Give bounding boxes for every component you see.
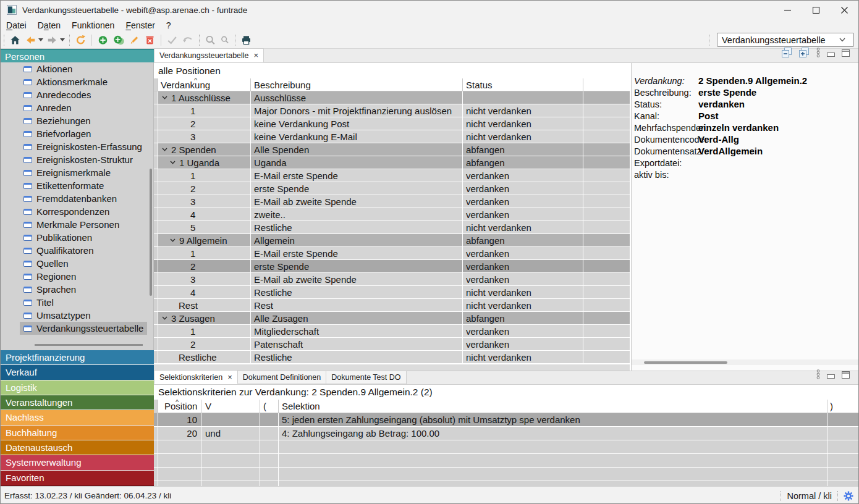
tree-item-publikationen[interactable]: Publikationen bbox=[20, 231, 147, 244]
print-icon[interactable] bbox=[239, 33, 254, 48]
criteria-row[interactable] bbox=[154, 468, 859, 481]
category-veranstaltungen[interactable]: Veranstaltungen bbox=[1, 395, 154, 410]
menu-item-help[interactable]: ? bbox=[161, 20, 177, 30]
category-buchhaltung[interactable]: Buchhaltung bbox=[1, 426, 154, 440]
tree-item-merkmale-personen[interactable]: Merkmale Personen bbox=[20, 218, 147, 231]
add-copy-icon[interactable] bbox=[111, 33, 127, 48]
back-history-chevron-icon[interactable] bbox=[38, 38, 44, 42]
table-row[interactable]: 2Patenschaftverdanken bbox=[154, 338, 630, 351]
panel-minimize-icon[interactable] bbox=[827, 48, 835, 59]
expanded-chevron-icon[interactable] bbox=[170, 238, 176, 242]
table-row[interactable]: 2keine Verdankung Postnicht verdanken bbox=[154, 117, 630, 130]
table-row[interactable]: 2 SpendenAlle Spendenabfangen bbox=[154, 143, 630, 156]
undo-icon[interactable] bbox=[180, 33, 196, 48]
window-maximize-icon[interactable] bbox=[802, 1, 830, 19]
tab-close-icon[interactable]: × bbox=[227, 374, 232, 380]
column-header-position[interactable]: Position^ bbox=[158, 400, 201, 413]
column-header-v[interactable]: V bbox=[201, 400, 260, 413]
panel-minimize-icon[interactable] bbox=[827, 370, 835, 381]
tab-close-icon[interactable]: × bbox=[254, 52, 259, 59]
table-row[interactable]: 4zweite..verdanken bbox=[154, 208, 630, 221]
category-logistik[interactable]: Logistik bbox=[1, 380, 154, 395]
back-icon[interactable] bbox=[23, 33, 38, 48]
expand-all-icon[interactable] bbox=[799, 48, 810, 60]
table-row[interactable]: 1Mitgliederschaftverdanken bbox=[154, 325, 630, 338]
criteria-row[interactable] bbox=[154, 440, 859, 454]
column-header-beschreibung[interactable]: Beschreibung bbox=[251, 78, 463, 91]
window-minimize-icon[interactable] bbox=[773, 1, 802, 19]
menu-item-funktionen[interactable]: Funktionen bbox=[66, 20, 120, 30]
tree-item-ereigniskosten-struktur[interactable]: Ereigniskosten-Struktur bbox=[20, 153, 147, 166]
expanded-chevron-icon[interactable] bbox=[162, 316, 167, 320]
tree-item-ereignismerkmale[interactable]: Ereignismerkmale bbox=[20, 166, 147, 179]
table-row[interactable]: RestlicheRestlichenicht verdanken bbox=[154, 351, 630, 364]
confirm-check-icon[interactable] bbox=[164, 33, 180, 48]
tree-item-fremddatenbanken[interactable]: Fremddatenbanken bbox=[20, 192, 147, 205]
tab-verdankungssteuertabelle[interactable]: Verdankungssteuertabelle × bbox=[154, 48, 264, 62]
table-row[interactable]: 3E-Mail ab zweite Spendeverdanken bbox=[154, 195, 630, 208]
add-icon[interactable] bbox=[95, 33, 111, 48]
table-row[interactable]: 1E-Mail erste Spendeverdanken bbox=[154, 247, 630, 260]
tree-item-anredecodes[interactable]: Anredecodes bbox=[20, 88, 147, 101]
tree-item-verdankungssteuertabelle[interactable]: Verdankungssteuertabelle bbox=[20, 322, 147, 335]
column-header-close-paren[interactable]: ) bbox=[827, 400, 859, 413]
menu-item-daten[interactable]: Daten bbox=[32, 20, 66, 30]
expanded-chevron-icon[interactable] bbox=[162, 96, 167, 99]
tree-item-sprachen[interactable]: Sprachen bbox=[20, 283, 147, 296]
search-icon[interactable] bbox=[203, 33, 218, 48]
expanded-chevron-icon[interactable] bbox=[170, 161, 176, 164]
tree-item-korrespondenzen[interactable]: Korrespondenzen bbox=[20, 205, 147, 218]
category-systemverwaltung[interactable]: Systemverwaltung bbox=[1, 455, 154, 470]
tab-dokument-definitionen[interactable]: Dokument Definitionen bbox=[238, 371, 326, 384]
tree-horizontal-scrollbar[interactable] bbox=[35, 344, 143, 346]
table-row[interactable]: 3keine Verdankung E-Mailnicht verdanken bbox=[154, 130, 630, 143]
tree-item-briefvorlagen[interactable]: Briefvorlagen bbox=[20, 127, 147, 140]
criteria-row[interactable]: 20und4: Zahlungseingang ab Betrag: 100.0… bbox=[154, 427, 859, 440]
category-verkauf[interactable]: Verkauf bbox=[1, 365, 154, 380]
table-row[interactable]: 1E-Mail erste Spendeverdanken bbox=[154, 169, 630, 182]
table-row[interactable]: 5Restlichenicht verdanken bbox=[154, 221, 630, 234]
column-header-open-paren[interactable]: ( bbox=[260, 400, 279, 413]
expanded-chevron-icon[interactable] bbox=[162, 148, 167, 151]
column-header-status[interactable]: Status bbox=[463, 78, 583, 91]
panel-menu-kebab-icon[interactable] bbox=[816, 48, 820, 60]
table-row[interactable]: 1 AusschlüsseAusschlüsse bbox=[154, 91, 630, 104]
forward-history-chevron-icon[interactable] bbox=[60, 38, 66, 42]
category-nachlass[interactable]: Nachlass bbox=[1, 410, 154, 425]
refresh-icon[interactable] bbox=[73, 33, 88, 48]
zoom-icon[interactable] bbox=[218, 33, 232, 48]
tree-item-titel[interactable]: Titel bbox=[20, 296, 147, 309]
tree-item-etikettenformate[interactable]: Etikettenformate bbox=[20, 179, 147, 192]
panel-maximize-icon[interactable] bbox=[842, 48, 850, 59]
tree-item-aktionen[interactable]: Aktionen bbox=[20, 62, 147, 75]
column-header-selektion[interactable]: Selektion bbox=[279, 400, 827, 413]
sidebar-header-personen[interactable]: Personen bbox=[1, 49, 154, 62]
tree-item-qualifikatoren[interactable]: Qualifikatoren bbox=[20, 244, 147, 257]
details-horizontal-scrollbar[interactable] bbox=[632, 359, 859, 365]
scrollbar-thumb[interactable] bbox=[644, 361, 727, 364]
forward-icon[interactable] bbox=[44, 33, 60, 48]
table-row[interactable]: 9 AllgemeinAllgemeinabfangen bbox=[154, 234, 630, 247]
menu-item-datei[interactable]: Datei bbox=[1, 20, 32, 30]
table-row[interactable]: 1Major Donors - mit Projektfinanzierung … bbox=[154, 104, 630, 117]
table-row[interactable]: RestRestnicht verdanken bbox=[154, 299, 630, 312]
delete-trash-icon[interactable] bbox=[142, 33, 158, 48]
criteria-row[interactable]: 105: jeden ersten Zahlungseingang (absol… bbox=[154, 413, 859, 427]
category-favoriten[interactable]: Favoriten bbox=[1, 471, 154, 486]
table-row[interactable]: 4Restlichenicht verdanken bbox=[154, 286, 630, 299]
table-row[interactable]: 2erste Spendeverdanken bbox=[154, 260, 630, 273]
table-row[interactable]: 3E-Mail ab zweite Spendeverdanken bbox=[154, 273, 630, 286]
criteria-row[interactable] bbox=[154, 454, 859, 468]
tree-item-anreden[interactable]: Anreden bbox=[20, 101, 147, 114]
criteria-row[interactable] bbox=[154, 481, 859, 486]
tab-selektionskriterien[interactable]: Selektionskriterien× bbox=[154, 370, 238, 384]
tree-item-aktionsmerkmale[interactable]: Aktionsmerkmale bbox=[20, 75, 147, 88]
category-projektfinanzierung[interactable]: Projektfinanzierung bbox=[1, 350, 154, 365]
panel-maximize-icon[interactable] bbox=[842, 370, 850, 381]
column-header-verdankung[interactable]: Verdankung^ bbox=[158, 78, 251, 91]
workspace-combobox[interactable]: Verdankungssteuertabelle bbox=[717, 33, 854, 47]
table-row[interactable]: 1 UgandaUgandaabfangen bbox=[154, 156, 630, 169]
window-close-icon[interactable] bbox=[830, 1, 858, 19]
tree-vertical-scrollbar[interactable] bbox=[150, 169, 152, 296]
table-row[interactable]: 2erste Spendeverdanken bbox=[154, 182, 630, 195]
